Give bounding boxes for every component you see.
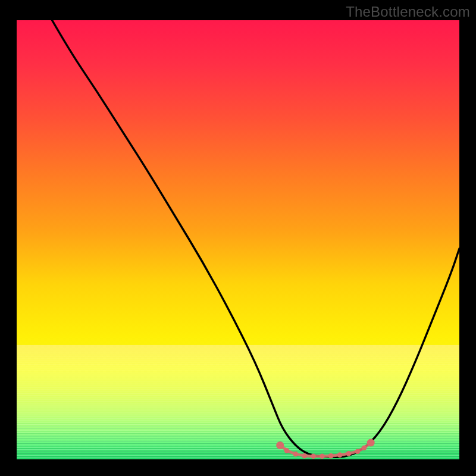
plot-svg <box>17 20 459 459</box>
svg-point-80 <box>311 454 316 459</box>
svg-point-76 <box>276 441 284 449</box>
watermark-text: TheBottleneck.com <box>346 4 470 20</box>
svg-point-86 <box>362 446 367 451</box>
svg-point-77 <box>284 448 290 453</box>
svg-point-83 <box>337 452 343 458</box>
plot-area <box>17 20 459 459</box>
svg-point-82 <box>328 453 334 459</box>
svg-point-85 <box>355 449 361 454</box>
svg-point-79 <box>302 453 307 459</box>
chart-frame: TheBottleneck.com <box>0 0 476 476</box>
svg-point-78 <box>293 452 298 457</box>
svg-point-84 <box>346 451 352 456</box>
svg-point-87 <box>367 439 375 447</box>
svg-point-81 <box>320 454 325 459</box>
